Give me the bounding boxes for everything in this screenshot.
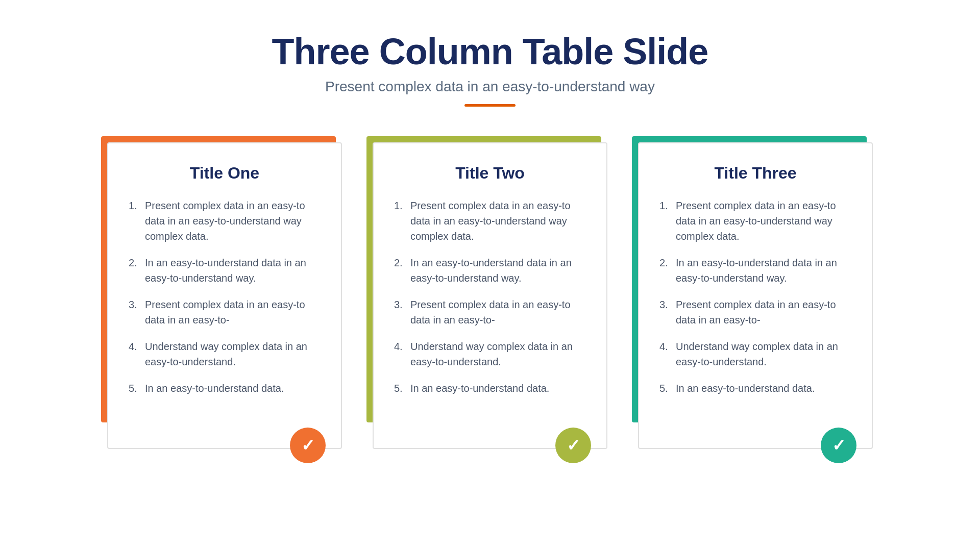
main-title: Three Column Table Slide [272, 31, 708, 72]
list-number: 3. [659, 297, 676, 312]
column-three-title: Title Three [659, 164, 851, 183]
column-two-title: Title Two [394, 164, 586, 183]
list-item: 1.Present complex data in an easy-to dat… [129, 198, 321, 244]
list-text: Present complex data in an easy-to data … [676, 297, 851, 328]
list-text: In an easy-to-understand data. [676, 381, 851, 396]
column-three-list: 1.Present complex data in an easy-to dat… [659, 198, 851, 396]
column-two-card: Title Two1.Present complex data in an ea… [373, 142, 607, 449]
list-item: 3.Present complex data in an easy-to dat… [659, 297, 851, 328]
list-number: 2. [394, 255, 410, 270]
list-number: 4. [659, 339, 676, 354]
list-item: 4.Understand way complex data in an easy… [129, 339, 321, 369]
column-one-title: Title One [129, 164, 321, 183]
list-item: 5.In an easy-to-understand data. [394, 381, 586, 396]
column-three: Title Three1.Present complex data in an … [638, 142, 873, 449]
title-divider [464, 104, 516, 107]
list-item: 2.In an easy-to-understand data in an ea… [659, 255, 851, 286]
list-text: In an easy-to-understand data in an easy… [145, 255, 321, 286]
column-three-check: ✓ [821, 428, 856, 463]
list-number: 4. [394, 339, 410, 354]
column-one-card: Title One1.Present complex data in an ea… [107, 142, 342, 449]
column-three-card: Title Three1.Present complex data in an … [638, 142, 873, 449]
list-text: In an easy-to-understand data. [410, 381, 586, 396]
list-item: 3.Present complex data in an easy-to dat… [394, 297, 586, 328]
list-text: In an easy-to-understand data in an easy… [410, 255, 586, 286]
list-number: 5. [659, 381, 676, 396]
list-number: 2. [659, 255, 676, 270]
list-item: 5.In an easy-to-understand data. [129, 381, 321, 396]
list-item: 4.Understand way complex data in an easy… [394, 339, 586, 369]
list-item: 2.In an easy-to-understand data in an ea… [394, 255, 586, 286]
list-text: Present complex data in an easy-to data … [410, 198, 586, 244]
list-item: 4.Understand way complex data in an easy… [659, 339, 851, 369]
list-number: 3. [394, 297, 410, 312]
list-number: 5. [394, 381, 410, 396]
check-icon: ✓ [567, 436, 580, 455]
check-icon: ✓ [301, 436, 315, 455]
column-two-list: 1.Present complex data in an easy-to dat… [394, 198, 586, 396]
columns-container: Title One1.Present complex data in an ea… [0, 142, 980, 449]
list-number: 1. [129, 198, 145, 213]
list-text: Understand way complex data in an easy-t… [676, 339, 851, 369]
column-one-list: 1.Present complex data in an easy-to dat… [129, 198, 321, 396]
list-item: 3.Present complex data in an easy-to dat… [129, 297, 321, 328]
page-header: Three Column Table Slide Present complex… [272, 31, 708, 107]
list-number: 2. [129, 255, 145, 270]
list-text: Present complex data in an easy-to data … [145, 297, 321, 328]
list-number: 5. [129, 381, 145, 396]
list-number: 3. [129, 297, 145, 312]
column-one-check: ✓ [290, 428, 326, 463]
list-item: 1.Present complex data in an easy-to dat… [659, 198, 851, 244]
list-item: 2.In an easy-to-understand data in an ea… [129, 255, 321, 286]
list-number: 1. [394, 198, 410, 213]
list-text: Present complex data in an easy-to data … [676, 198, 851, 244]
check-icon: ✓ [832, 436, 846, 455]
list-number: 1. [659, 198, 676, 213]
list-text: Understand way complex data in an easy-t… [145, 339, 321, 369]
list-text: In an easy-to-understand data. [145, 381, 321, 396]
column-one: Title One1.Present complex data in an ea… [107, 142, 342, 449]
column-two-check: ✓ [555, 428, 591, 463]
list-item: 1.Present complex data in an easy-to dat… [394, 198, 586, 244]
subtitle: Present complex data in an easy-to-under… [272, 79, 708, 95]
column-two: Title Two1.Present complex data in an ea… [373, 142, 607, 449]
list-number: 4. [129, 339, 145, 354]
list-text: Understand way complex data in an easy-t… [410, 339, 586, 369]
list-text: In an easy-to-understand data in an easy… [676, 255, 851, 286]
list-text: Present complex data in an easy-to data … [410, 297, 586, 328]
list-item: 5.In an easy-to-understand data. [659, 381, 851, 396]
list-text: Present complex data in an easy-to data … [145, 198, 321, 244]
